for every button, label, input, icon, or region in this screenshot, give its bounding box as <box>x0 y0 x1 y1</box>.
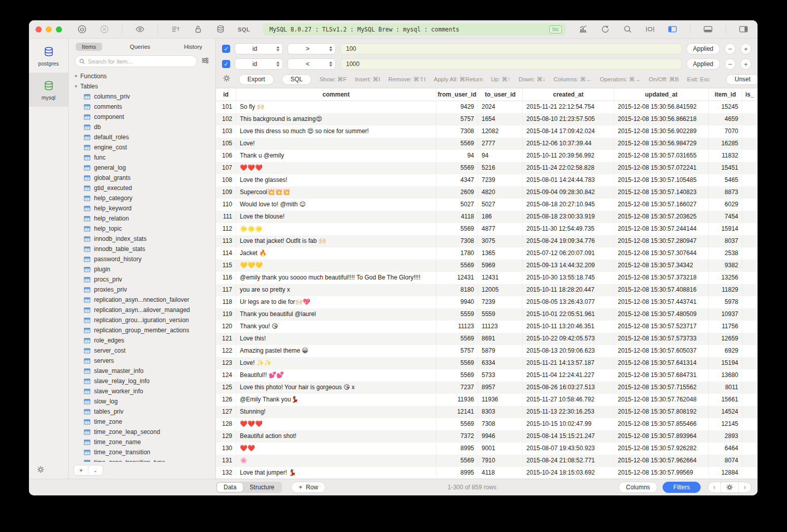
cell-comment[interactable]: Supercool💥💥💥 <box>236 186 436 199</box>
table-row[interactable]: 131 🌸 5569 7910 2015-08-24 21:08:52.771 … <box>216 455 758 467</box>
table-row[interactable]: 110 Would love to! @mith 😊 5027 5027 201… <box>216 199 758 211</box>
table-row[interactable]: 108 Love the glasses! 4347 7239 2015-08-… <box>216 174 758 186</box>
cell-updated-at[interactable]: 2015-12-08 15:30:57.280947 <box>614 235 709 247</box>
cell-to-user-id[interactable]: 5216 <box>478 162 523 174</box>
cell-comment[interactable]: Love that jacket! Outfit is fab 🙌🏻 <box>236 235 436 247</box>
cell-from-user-id[interactable]: 1780 <box>436 247 478 260</box>
cell-created-at[interactable]: 2015-08-10 21:23:57.505 <box>523 113 614 126</box>
table-row[interactable]: 111 Love the blouse! 4118 186 2015-08-18… <box>216 211 758 223</box>
cell-to-user-id[interactable]: 4877 <box>478 223 523 235</box>
sidebar-table-item[interactable]: server_cost <box>69 346 215 356</box>
sidebar-table-item[interactable]: help_category <box>69 193 215 203</box>
cell-comment[interactable]: 💛💛💛 <box>236 260 436 272</box>
tab-items[interactable]: Items <box>76 43 102 51</box>
cell-comment[interactable]: ❤️❤️ <box>236 443 436 455</box>
cell-is[interactable] <box>742 138 758 150</box>
table-row[interactable]: 118 Ur legs are to die for🙌🏻💖 9940 7239 … <box>216 296 758 308</box>
group-functions[interactable]: ▾ Functions <box>69 71 215 81</box>
sidebar-table-item[interactable]: password_history <box>69 254 215 264</box>
sql-button[interactable]: SQL <box>282 74 311 85</box>
cell-is[interactable] <box>742 126 758 138</box>
next-page-button[interactable]: › <box>738 482 751 492</box>
export-button[interactable]: Export <box>239 74 274 85</box>
cell-from-user-id[interactable]: 11123 <box>436 321 478 333</box>
cell-from-user-id[interactable]: 7308 <box>436 126 478 138</box>
sidebar-table-item[interactable]: replication_asyn...nnection_failover <box>69 295 215 305</box>
sidebar-table-item[interactable]: innodb_table_stats <box>69 244 215 254</box>
cell-item-id[interactable]: 2538 <box>709 247 742 260</box>
cell-updated-at[interactable]: 2015-12-08 15:30:57.893964 <box>614 430 709 443</box>
cell-from-user-id[interactable]: 8995 <box>436 443 478 455</box>
cell-to-user-id[interactable]: 3075 <box>478 235 523 247</box>
cell-to-user-id[interactable]: 12431 <box>478 272 523 284</box>
remove-filter-button[interactable]: − <box>725 58 736 70</box>
cell-to-user-id[interactable]: 12005 <box>478 284 523 296</box>
sidebar-table-item[interactable]: engine_cost <box>69 142 215 152</box>
table-row[interactable]: 130 ❤️❤️ 8995 9001 2015-08-07 19:43:50.9… <box>216 443 758 455</box>
toggle-left-panel-icon[interactable] <box>668 24 677 34</box>
cell-comment[interactable]: Ur legs are to die for🙌🏻💖 <box>236 296 436 308</box>
tab-data[interactable]: Data <box>217 483 243 492</box>
table-settings-gear-icon[interactable] <box>720 482 738 492</box>
cell-updated-at[interactable]: 2015-12-08 15:30:57.808192 <box>614 406 709 418</box>
cell-is[interactable] <box>742 357 758 369</box>
connection-mysql[interactable]: mysql <box>29 73 68 107</box>
cell-id[interactable]: 105 <box>216 138 236 150</box>
sidebar-table-item[interactable]: plugin <box>69 264 215 274</box>
cell-is[interactable] <box>742 272 758 284</box>
cell-item-id[interactable]: 12659 <box>709 333 742 345</box>
cell-updated-at[interactable]: 2015-12-08 15:30:57.99569 <box>614 467 709 479</box>
cell-is[interactable] <box>742 321 758 333</box>
cell-is[interactable] <box>742 186 758 199</box>
cell-comment[interactable]: Love this dress so much 😍 so nice for su… <box>236 126 436 138</box>
filter-enabled-checkbox[interactable] <box>222 60 230 68</box>
cell-id[interactable]: 116 <box>216 272 236 284</box>
cell-id[interactable]: 132 <box>216 467 236 479</box>
group-tables[interactable]: ▾ Tables <box>69 81 215 91</box>
cell-is[interactable] <box>742 260 758 272</box>
sidebar-table-item[interactable]: comments <box>69 102 215 112</box>
cell-item-id[interactable]: 12884 <box>709 467 742 479</box>
database-icon[interactable] <box>215 24 225 34</box>
cell-from-user-id[interactable]: 9940 <box>436 296 478 308</box>
filter-enabled-checkbox[interactable] <box>222 45 230 53</box>
cell-created-at[interactable]: 2015-12-06 10:37:39.44 <box>523 138 614 150</box>
table-row[interactable]: 120 Thank you! 😘 11123 11123 2015-10-11 … <box>216 321 758 333</box>
cell-created-at[interactable]: 2015-10-11 13:20:46.351 <box>523 321 614 333</box>
cell-id[interactable]: 128 <box>216 418 236 430</box>
cell-from-user-id[interactable]: 4347 <box>436 174 478 186</box>
cell-id[interactable]: 114 <box>216 247 236 260</box>
sidebar-table-item[interactable]: component <box>69 112 215 122</box>
cell-comment[interactable]: Love! ✨✨ <box>236 357 436 369</box>
column-header-to-user-id[interactable]: to_user_id <box>478 88 523 101</box>
table-row[interactable]: 128 ❤️❤️❤️ 5569 7308 2015-10-15 10:02:47… <box>216 418 758 430</box>
sidebar-table-item[interactable]: role_edges <box>69 335 215 346</box>
table-row[interactable]: 112 🌟🌟🌟 5569 4877 2015-11-30 12:54:49.73… <box>216 223 758 235</box>
cell-comment[interactable]: 🌟🌟🌟 <box>236 223 436 235</box>
cell-to-user-id[interactable]: 9001 <box>478 443 523 455</box>
cell-updated-at[interactable]: 2015-12-08 15:30:57.605037 <box>614 345 709 357</box>
sidebar-table-item[interactable]: tables_priv <box>69 406 215 417</box>
cell-is[interactable] <box>742 345 758 357</box>
cell-comment[interactable]: Would love to! @mith 😊 <box>236 199 436 211</box>
table-row[interactable]: 109 Supercool💥💥💥 2609 4820 2015-09-04 09… <box>216 186 758 199</box>
cell-updated-at[interactable]: 2015-12-08 15:30:57.408816 <box>614 284 709 296</box>
cell-id[interactable]: 122 <box>216 345 236 357</box>
cell-created-at[interactable]: 2015-10-11 20:39:56.992 <box>523 150 614 162</box>
cell-to-user-id[interactable]: 2024 <box>478 101 523 113</box>
cell-item-id[interactable]: 5465 <box>709 174 742 186</box>
cell-updated-at[interactable]: 2015-12-08 15:30:57.762048 <box>614 394 709 406</box>
table-row[interactable]: 114 Jacket 🔥 1780 1365 2015-07-12 06:20:… <box>216 247 758 260</box>
cell-id[interactable]: 118 <box>216 296 236 308</box>
cell-is[interactable] <box>742 418 758 430</box>
sidebar-table-item[interactable]: procs_priv <box>69 274 215 285</box>
filter-column-select[interactable]: id <box>235 43 283 54</box>
cell-from-user-id[interactable]: 8995 <box>436 467 478 479</box>
column-header-updated-at[interactable]: updated_at <box>614 88 709 101</box>
cell-created-at[interactable]: 2015-08-18 20:27:10.945 <box>523 199 614 211</box>
cell-updated-at[interactable]: 2015-12-08 15:30:56.902289 <box>614 126 709 138</box>
cell-from-user-id[interactable]: 5569 <box>436 455 478 467</box>
cell-item-id[interactable]: 11832 <box>709 150 742 162</box>
cell-from-user-id[interactable]: 5569 <box>436 138 478 150</box>
cell-id[interactable]: 117 <box>216 284 236 296</box>
